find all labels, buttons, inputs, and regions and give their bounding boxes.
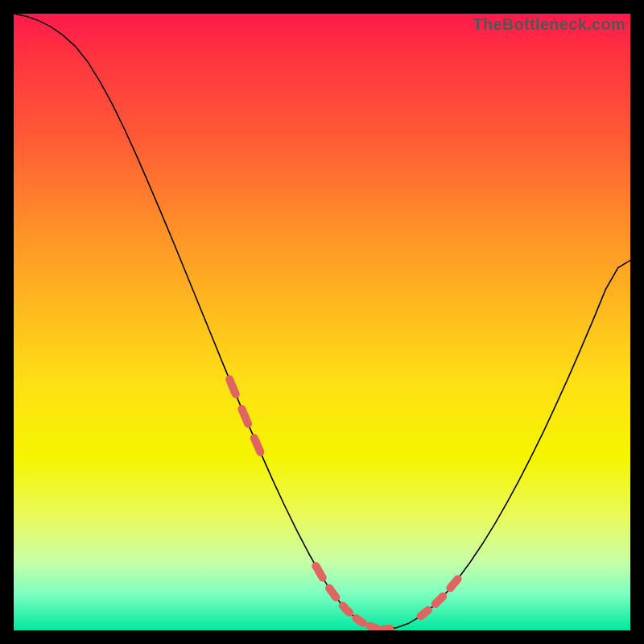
highlight-dash (450, 579, 457, 588)
plot-gradient-background: TheBottleneck.com (14, 14, 630, 630)
highlight-dash (229, 379, 236, 394)
curve-path (14, 14, 630, 630)
chart-frame: TheBottleneck.com (0, 0, 644, 644)
highlight-dash (343, 605, 349, 613)
highlight-dash (369, 626, 376, 629)
bottleneck-curve (14, 14, 630, 630)
highlight-dash (421, 610, 428, 616)
curve-highlight-dashes (229, 379, 457, 630)
highlight-dash (357, 618, 363, 623)
highlight-dash (254, 438, 261, 452)
highlight-dash (329, 588, 336, 598)
highlight-dash (316, 566, 322, 578)
highlight-dash (436, 597, 443, 604)
highlight-dash (242, 409, 248, 423)
highlight-dash (383, 629, 390, 630)
